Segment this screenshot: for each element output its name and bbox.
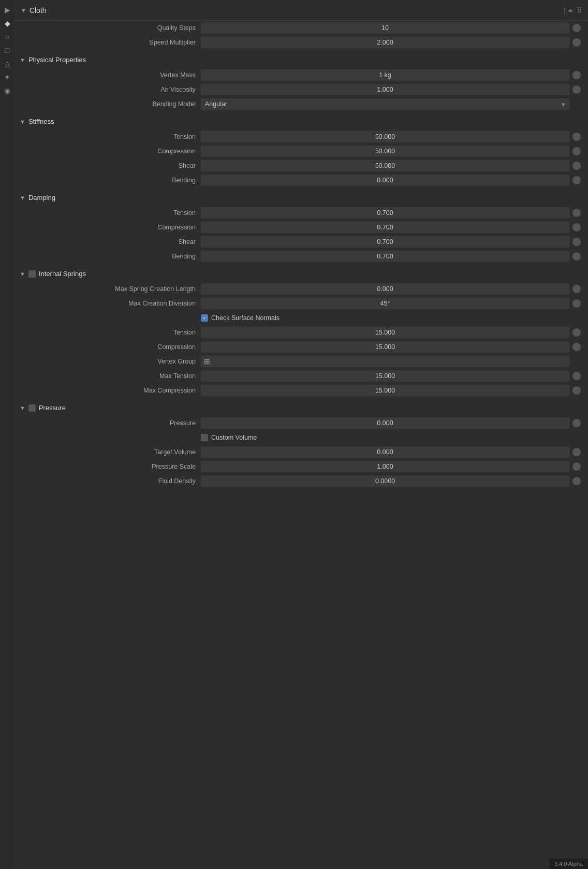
stiffness-compression-row: Compression 50.000 bbox=[14, 144, 585, 158]
max-tension-row: Max Tension 15.000 bbox=[14, 369, 585, 383]
max-compression-value[interactable]: 15.000 bbox=[201, 385, 569, 396]
sidebar-icon-6[interactable]: ✦ bbox=[2, 71, 13, 83]
fluid-density-dot[interactable] bbox=[572, 477, 581, 485]
stiffness-bending-value[interactable]: 8.000 bbox=[201, 175, 569, 186]
vertex-mass-value[interactable]: 1 kg bbox=[201, 69, 569, 81]
check-surface-normals-item[interactable]: ✓ Check Surface Normals bbox=[201, 314, 280, 322]
max-tension-value[interactable]: 15.000 bbox=[201, 370, 569, 382]
sidebar-icon-3[interactable]: ○ bbox=[2, 31, 13, 42]
internal-compression-dot[interactable] bbox=[572, 343, 581, 351]
version-label: 3.4.0 Alpha bbox=[554, 861, 583, 867]
stiffness-compression-value[interactable]: 50.000 bbox=[201, 146, 569, 157]
bending-model-value: Angular bbox=[205, 100, 227, 108]
speed-multiplier-label: Speed Multiplier bbox=[14, 39, 201, 46]
target-volume-dot[interactable] bbox=[572, 448, 581, 456]
max-creation-diversion-value[interactable]: 45° bbox=[201, 298, 569, 309]
internal-compression-row: Compression 15.000 bbox=[14, 340, 585, 354]
sidebar-icon-5[interactable]: △ bbox=[2, 58, 13, 69]
physical-chevron: ▼ bbox=[20, 57, 25, 63]
damping-section[interactable]: ▼ Damping bbox=[14, 190, 585, 206]
physical-properties-section[interactable]: ▼ Physical Properties bbox=[14, 52, 585, 68]
internal-springs-section[interactable]: ▼ Internal Springs bbox=[14, 266, 585, 282]
pressure-checkbox[interactable] bbox=[28, 404, 36, 412]
pressure-section[interactable]: ▼ Pressure bbox=[14, 400, 585, 416]
stiffness-shear-value[interactable]: 50.000 bbox=[201, 160, 569, 171]
max-compression-dot[interactable] bbox=[572, 386, 581, 395]
internal-tension-row: Tension 15.000 bbox=[14, 325, 585, 340]
damping-bending-row: Bending 0.700 bbox=[14, 249, 585, 264]
sidebar: ▶ ◆ ○ □ △ ✦ ◉ bbox=[0, 0, 14, 869]
custom-volume-checkbox[interactable] bbox=[201, 434, 208, 441]
stiffness-tension-dot[interactable] bbox=[572, 133, 581, 141]
damping-tension-label: Tension bbox=[14, 209, 201, 216]
vertex-group-value[interactable]: ⊞ bbox=[201, 356, 569, 367]
cloth-chevron[interactable]: ▼ bbox=[21, 7, 26, 13]
sidebar-icon-4[interactable]: □ bbox=[2, 45, 13, 56]
max-creation-diversion-row: Max Creation Diversion 45° bbox=[14, 296, 585, 311]
speed-multiplier-value[interactable]: 2.000 bbox=[201, 37, 569, 48]
stiffness-compression-dot[interactable] bbox=[572, 147, 581, 155]
target-volume-value[interactable]: 0.000 bbox=[201, 446, 569, 458]
damping-compression-value[interactable]: 0.700 bbox=[201, 222, 569, 233]
internal-compression-label: Compression bbox=[14, 343, 201, 351]
damping-shear-value[interactable]: 0.700 bbox=[201, 236, 569, 248]
max-spring-creation-length-value[interactable]: 0.000 bbox=[201, 283, 569, 295]
fluid-density-row: Fluid Density 0.0000 bbox=[14, 474, 585, 488]
pressure-scale-value[interactable]: 1.000 bbox=[201, 461, 569, 472]
max-creation-diversion-label: Max Creation Diversion bbox=[14, 300, 201, 307]
damping-compression-dot[interactable] bbox=[572, 223, 581, 231]
damping-bending-value[interactable]: 0.700 bbox=[201, 251, 569, 262]
speed-multiplier-dot[interactable] bbox=[572, 38, 581, 47]
custom-volume-label: Custom Volume bbox=[211, 434, 257, 441]
bending-model-dropdown[interactable]: Angular ▾ bbox=[201, 98, 569, 110]
pressure-dot[interactable] bbox=[572, 419, 581, 427]
grid-icon[interactable]: ⠿ bbox=[577, 6, 582, 15]
air-viscosity-value[interactable]: 1.000 bbox=[201, 84, 569, 95]
check-surface-normals-checkbox[interactable]: ✓ bbox=[201, 314, 208, 322]
physical-properties-label: Physical Properties bbox=[28, 56, 86, 64]
damping-shear-dot[interactable] bbox=[572, 238, 581, 246]
fluid-density-value[interactable]: 0.0000 bbox=[201, 475, 569, 487]
pressure-scale-dot[interactable] bbox=[572, 462, 581, 471]
custom-volume-item[interactable]: Custom Volume bbox=[201, 434, 257, 441]
max-spring-creation-length-dot[interactable] bbox=[572, 285, 581, 293]
main-panel: ▼ Cloth ⋮≡ ⠿ Quality Steps 10 Speed Mult… bbox=[14, 0, 588, 869]
pressure-scale-row: Pressure Scale 1.000 bbox=[14, 459, 585, 474]
pressure-value-row: Pressure 0.000 bbox=[14, 416, 585, 430]
target-volume-row: Target Volume 0.000 bbox=[14, 445, 585, 459]
damping-bending-dot[interactable] bbox=[572, 252, 581, 260]
vertex-mass-dot[interactable] bbox=[572, 71, 581, 79]
stiffness-tension-row: Tension 50.000 bbox=[14, 129, 585, 144]
max-tension-dot[interactable] bbox=[572, 372, 581, 380]
damping-chevron: ▼ bbox=[20, 195, 25, 201]
sidebar-icon-2[interactable]: ◆ bbox=[2, 18, 13, 29]
sidebar-icon-7[interactable]: ◉ bbox=[2, 85, 13, 96]
vertex-group-icon: ⊞ bbox=[204, 357, 210, 366]
internal-tension-value[interactable]: 15.000 bbox=[201, 327, 569, 338]
sidebar-icon-1[interactable]: ▶ bbox=[2, 4, 13, 16]
damping-compression-label: Compression bbox=[14, 224, 201, 231]
pressure-chevron: ▼ bbox=[20, 405, 25, 411]
stiffness-shear-dot[interactable] bbox=[572, 162, 581, 170]
damping-tension-dot[interactable] bbox=[572, 209, 581, 217]
max-creation-diversion-dot[interactable] bbox=[572, 299, 581, 308]
fluid-density-label: Fluid Density bbox=[14, 477, 201, 485]
custom-volume-row: Custom Volume bbox=[14, 430, 585, 445]
max-spring-creation-length-row: Max Spring Creation Length 0.000 bbox=[14, 282, 585, 296]
air-viscosity-dot[interactable] bbox=[572, 85, 581, 94]
stiffness-tension-value[interactable]: 50.000 bbox=[201, 131, 569, 142]
damping-tension-row: Tension 0.700 bbox=[14, 206, 585, 220]
internal-compression-value[interactable]: 15.000 bbox=[201, 341, 569, 353]
stiffness-compression-label: Compression bbox=[14, 148, 201, 155]
internal-springs-checkbox[interactable] bbox=[28, 270, 36, 278]
damping-tension-value[interactable]: 0.700 bbox=[201, 207, 569, 219]
stiffness-section[interactable]: ▼ Stiffness bbox=[14, 113, 585, 129]
pressure-value[interactable]: 0.000 bbox=[201, 417, 569, 429]
max-spring-creation-length-label: Max Spring Creation Length bbox=[14, 285, 201, 293]
list-icon[interactable]: ⋮≡ bbox=[561, 6, 572, 15]
vertex-group-label: Vertex Group bbox=[14, 358, 201, 365]
quality-steps-value[interactable]: 10 bbox=[201, 22, 569, 34]
quality-steps-dot[interactable] bbox=[572, 24, 581, 32]
stiffness-bending-dot[interactable] bbox=[572, 176, 581, 184]
internal-tension-dot[interactable] bbox=[572, 328, 581, 337]
